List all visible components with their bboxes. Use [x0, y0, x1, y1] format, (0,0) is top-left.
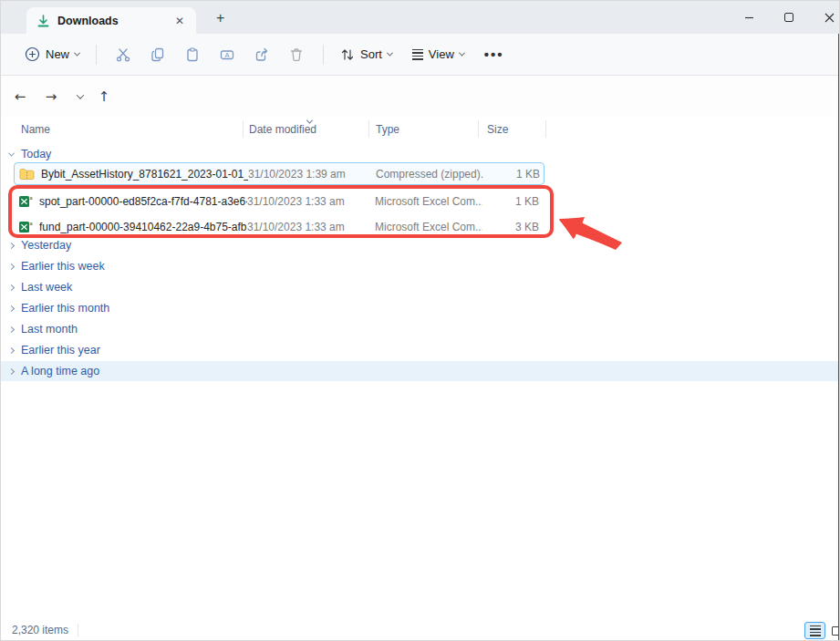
- recent-locations-button[interactable]: [68, 86, 92, 108]
- file-date: 31/10/2023 1:33 am: [247, 221, 375, 233]
- column-header-date-modified[interactable]: Date modified: [249, 123, 316, 136]
- file-date: 31/10/2023 1:39 am: [248, 168, 376, 181]
- file-size: 1 KB: [482, 195, 544, 208]
- group-label: Yesterday: [21, 239, 71, 252]
- view-icon: [412, 49, 423, 60]
- column-divider: [478, 120, 479, 138]
- new-tab-button[interactable]: +: [209, 10, 232, 26]
- group-header-last-month[interactable]: Last month: [1, 319, 838, 339]
- copy-button[interactable]: [140, 41, 175, 68]
- downloads-icon: [37, 15, 49, 27]
- status-divider: [78, 624, 78, 636]
- items-count: 2,320 items: [12, 624, 68, 636]
- group-header-a-long-time-ago[interactable]: A long time ago: [1, 361, 838, 381]
- group-header-last-week[interactable]: Last week: [1, 277, 838, 297]
- details-view-icon: [810, 625, 821, 636]
- chevron-right-icon: [7, 346, 14, 353]
- file-type: Microsoft Excel Com...: [375, 195, 482, 208]
- file-explorer-window: Downloads ✕ + New A: [0, 0, 840, 641]
- chevron-down-icon: [7, 150, 14, 156]
- toolbar-divider: [323, 45, 324, 65]
- delete-button[interactable]: [279, 41, 314, 68]
- file-row-spot-csv[interactable]: a spot_part-00000-ed85f2ca-f7fd-4781-a3e…: [14, 190, 544, 212]
- chevron-down-icon: [77, 91, 84, 98]
- new-button-label: New: [46, 47, 69, 61]
- sort-icon: [340, 47, 355, 62]
- view-button-label: View: [429, 47, 454, 61]
- file-type: Compressed (zipped)...: [376, 168, 483, 181]
- view-button[interactable]: View: [405, 42, 472, 67]
- details-view-button[interactable]: [804, 622, 825, 639]
- column-header-row: Name Date modified Type Size: [14, 118, 546, 141]
- group-header-earlier-this-week[interactable]: Earlier this week: [1, 256, 838, 276]
- rename-icon: A: [219, 47, 235, 63]
- tab-downloads[interactable]: Downloads ✕: [26, 7, 196, 34]
- chevron-right-icon: [7, 305, 14, 311]
- group-label: Earlier this month: [21, 302, 109, 315]
- new-button[interactable]: New: [17, 41, 87, 67]
- tab-title: Downloads: [57, 15, 171, 27]
- column-header-name[interactable]: Name: [21, 123, 50, 136]
- minimize-button[interactable]: [729, 1, 769, 34]
- file-list: Today Bybit_AssetHistory_8781621_2023-01…: [1, 141, 838, 619]
- chevron-down-icon: [74, 50, 80, 57]
- close-button[interactable]: [809, 1, 840, 34]
- file-date: 31/10/2023 1:33 am: [247, 195, 375, 208]
- see-more-button[interactable]: •••: [484, 47, 504, 62]
- group-header-earlier-this-year[interactable]: Earlier this year: [1, 340, 838, 360]
- file-name: spot_part-00000-ed85f2ca-f7fd-4781-a3e6-…: [39, 195, 247, 208]
- address-row: ← → ↑ Downloads: [1, 76, 838, 117]
- excel-csv-icon: a: [18, 220, 33, 233]
- file-name: fund_part-00000-39410462-22a9-4b75-afb1-…: [39, 221, 247, 233]
- group-label: Today: [21, 148, 51, 160]
- tab-close-icon[interactable]: ✕: [171, 13, 189, 29]
- zip-folder-icon: [19, 168, 35, 181]
- cut-icon: [115, 47, 131, 63]
- excel-csv-icon: a: [18, 194, 33, 208]
- back-button[interactable]: ←: [8, 86, 32, 108]
- sort-button[interactable]: Sort: [333, 42, 399, 67]
- chevron-down-icon: [459, 50, 465, 57]
- group-label: Earlier this week: [21, 260, 105, 273]
- group-header-yesterday[interactable]: Yesterday: [1, 235, 838, 255]
- chevron-right-icon: [7, 326, 14, 332]
- tab-strip: Downloads ✕ +: [1, 1, 840, 34]
- trash-icon: [288, 47, 305, 63]
- rename-button[interactable]: A: [210, 41, 244, 68]
- file-name: Bybit_AssetHistory_8781621_2023-01-01_20…: [41, 168, 248, 181]
- file-row-zip[interactable]: Bybit_AssetHistory_8781621_2023-01-01_20…: [14, 162, 544, 185]
- group-header-today[interactable]: Today: [1, 144, 838, 164]
- file-type: Microsoft Excel Com...: [375, 221, 482, 233]
- chevron-right-icon: [7, 242, 14, 248]
- group-label: A long time ago: [21, 365, 99, 377]
- column-header-size[interactable]: Size: [487, 123, 508, 136]
- file-size: 1 KB: [483, 168, 545, 181]
- svg-text:A: A: [225, 50, 230, 58]
- svg-text:a: a: [29, 221, 33, 226]
- group-label: Last month: [21, 323, 78, 336]
- status-bar: 2,320 items: [1, 619, 838, 641]
- toolbar-divider: [96, 45, 97, 65]
- maximize-button[interactable]: [769, 1, 809, 34]
- cut-button[interactable]: [106, 41, 140, 68]
- paste-button[interactable]: [175, 41, 210, 68]
- share-icon: [254, 47, 270, 63]
- command-bar: New A Sort View: [1, 34, 838, 76]
- group-label: Earlier this year: [21, 344, 100, 357]
- svg-text:a: a: [29, 195, 33, 201]
- column-divider: [243, 120, 244, 138]
- plus-circle-icon: [25, 47, 40, 62]
- copy-icon: [150, 47, 166, 63]
- paste-icon: [184, 47, 201, 63]
- share-button[interactable]: [244, 41, 279, 68]
- chevron-right-icon: [7, 367, 14, 374]
- group-label: Last week: [21, 281, 72, 294]
- chevron-right-icon: [7, 263, 14, 269]
- column-header-type[interactable]: Type: [376, 123, 399, 136]
- group-header-earlier-this-month[interactable]: Earlier this month: [1, 298, 838, 318]
- forward-button[interactable]: →: [39, 86, 63, 108]
- sort-button-label: Sort: [360, 47, 382, 61]
- up-button[interactable]: ↑: [92, 86, 116, 108]
- column-divider: [368, 120, 369, 138]
- maximize-icon: [784, 13, 793, 22]
